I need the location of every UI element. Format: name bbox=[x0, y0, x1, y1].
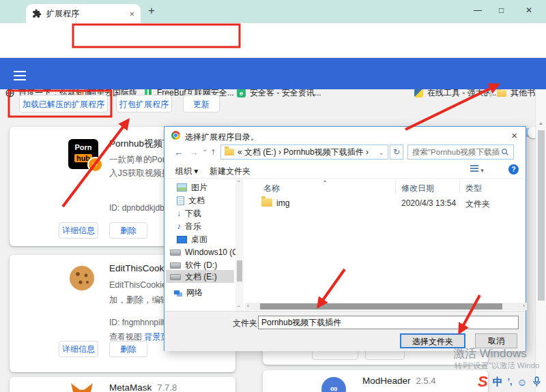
view-options-button[interactable]: ▾ bbox=[470, 165, 484, 175]
pack-extension-button[interactable]: 打包扩展程序 bbox=[116, 95, 172, 112]
drive-icon bbox=[170, 250, 181, 256]
column-header-name[interactable]: 名称 bbox=[263, 183, 280, 194]
scroll-left-icon[interactable]: ‹ bbox=[247, 303, 249, 309]
column-header-date[interactable]: 修改日期 bbox=[401, 183, 434, 194]
extension-card-metamask: MetaMask7.7.8 bbox=[10, 377, 235, 392]
sidebar-item-downloads[interactable]: ↓下载 bbox=[177, 207, 201, 220]
window-close-button[interactable]: ✕ bbox=[526, 5, 532, 15]
pornhub-logo-icon: Pornhub ▶ bbox=[68, 139, 98, 169]
document-icon bbox=[177, 196, 184, 205]
cookie-icon bbox=[68, 265, 96, 292]
drive-icon bbox=[170, 274, 181, 280]
bookmarks-bar: 百度一下，你就知道 (-) 阿里云国际版 FreeBuf互联网安全... e 安… bbox=[0, 42, 546, 58]
column-header-type[interactable]: 类型 bbox=[465, 183, 482, 194]
dialog-close-icon[interactable]: × bbox=[511, 130, 517, 141]
file-row[interactable] bbox=[261, 198, 272, 209]
browser-window: 扩展程序 × + — □ ✕ ← → ↻ ⌂ Chrome | chrome:/… bbox=[0, 0, 546, 392]
chrome-dialog-icon bbox=[171, 131, 180, 140]
puzzle-favicon-icon bbox=[32, 9, 42, 18]
modheader-icon: ∞ bbox=[321, 377, 346, 392]
tab-close-icon[interactable]: × bbox=[129, 9, 134, 19]
metamask-fox-icon bbox=[68, 381, 96, 392]
refresh-button[interactable]: ↻ bbox=[390, 145, 403, 160]
sidebar-item-desktop[interactable]: 桌面 bbox=[177, 233, 207, 245]
browser-toolbar: ← → ↻ ⌂ Chrome | chrome://extensions ☆ ⊙… bbox=[0, 23, 546, 42]
folder-field-label: 文件夹: bbox=[233, 318, 259, 329]
dialog-history-caret-icon[interactable]: ⌄ bbox=[202, 145, 207, 153]
breadcrumb-path: « 文档 (E:) › Pornhub视频下载插件 › bbox=[238, 147, 375, 158]
dialog-up-icon[interactable]: ↑ bbox=[211, 146, 216, 157]
extension-version: 7.7.8 bbox=[157, 382, 177, 392]
extension-title: ModHeader2.5.4 bbox=[362, 376, 435, 386]
sogou-logo-icon[interactable]: S bbox=[478, 373, 488, 391]
ime-punctuation-toggle[interactable]: ’, bbox=[508, 377, 513, 387]
breadcrumb-caret-icon[interactable]: ⌄ bbox=[379, 149, 384, 156]
remove-button[interactable]: 删除 bbox=[109, 222, 147, 239]
music-note-icon: ♪ bbox=[177, 222, 181, 231]
details-button[interactable]: 详细信息 bbox=[59, 341, 98, 357]
extension-card-modheader: ∞ ModHeader2.5.4 bbox=[263, 370, 488, 392]
ime-emoji-icon[interactable]: ☺ bbox=[517, 376, 527, 388]
scrollbar-thumb[interactable] bbox=[538, 130, 545, 301]
sidebar-item-drive-e[interactable]: 文档 (E:) bbox=[170, 271, 217, 283]
dialog-title: 选择扩展程序目录。 bbox=[185, 132, 259, 143]
file-name[interactable]: img bbox=[276, 198, 289, 208]
page-scrollbar[interactable]: ▲ bbox=[535, 89, 546, 392]
sidebar-item-drive-d[interactable]: 软件 (D:) bbox=[170, 259, 217, 271]
details-button[interactable]: 详细信息 bbox=[59, 222, 98, 239]
load-unpacked-button[interactable]: 加载已解压的扩展程序 bbox=[19, 95, 108, 112]
extensions-header: 扩展程序 开发者模式 bbox=[0, 58, 546, 89]
sidebar-scrollbar[interactable]: ⌃ ⌄ bbox=[235, 179, 244, 311]
anquanke-icon: e bbox=[237, 89, 246, 97]
search-icon bbox=[501, 148, 509, 156]
menu-icon[interactable] bbox=[14, 68, 26, 83]
remove-button[interactable]: 删除 bbox=[109, 341, 147, 357]
scrollbar-up-icon[interactable]: ▲ bbox=[538, 121, 543, 125]
search-box[interactable] bbox=[407, 145, 514, 160]
horizontal-scrollbar[interactable]: ‹ › bbox=[245, 303, 527, 310]
help-icon[interactable]: ? bbox=[508, 164, 519, 175]
new-tab-button[interactable]: + bbox=[148, 4, 155, 18]
play-badge-icon: ▶ bbox=[87, 157, 103, 172]
scrollbar-thumb[interactable] bbox=[237, 260, 242, 282]
title-bar: 扩展程序 × + — □ ✕ bbox=[0, 0, 546, 23]
breadcrumb[interactable]: « 文档 (E:) › Pornhub视频下载插件 › ⌄ bbox=[220, 145, 388, 160]
desktop-icon bbox=[177, 236, 187, 243]
ime-mic-icon[interactable] bbox=[532, 376, 541, 387]
globe-icon bbox=[5, 89, 14, 97]
sidebar-item-documents[interactable]: 文档 bbox=[177, 194, 205, 207]
activate-windows-hint: 转到"设置"以激活 Windo bbox=[455, 361, 546, 371]
search-input[interactable] bbox=[411, 147, 501, 157]
dialog-forward-icon: → bbox=[189, 147, 199, 157]
activate-windows-watermark: 激活 Windows bbox=[453, 346, 527, 361]
new-folder-button[interactable]: 新建文件夹 bbox=[210, 166, 250, 177]
scroll-right-icon[interactable]: › bbox=[523, 303, 525, 309]
file-type: 文件夹 bbox=[465, 198, 490, 210]
update-button[interactable]: 更新 bbox=[183, 95, 220, 112]
network-icon bbox=[174, 290, 179, 295]
folder-icon bbox=[225, 149, 234, 155]
sidebar-item-network[interactable]: 网络 bbox=[174, 286, 203, 299]
drive-icon bbox=[170, 262, 181, 269]
maximize-button[interactable]: □ bbox=[499, 5, 504, 15]
sidebar-item-music[interactable]: ♪音乐 bbox=[177, 220, 201, 232]
ime-language-toggle[interactable]: 中 bbox=[493, 376, 503, 389]
scrollbar-thumb[interactable] bbox=[260, 303, 502, 310]
sort-ascending-icon: ˆ bbox=[324, 180, 326, 190]
dialog-back-icon[interactable]: ← bbox=[174, 147, 184, 157]
pictures-icon bbox=[177, 183, 187, 192]
minimize-button[interactable]: — bbox=[474, 5, 482, 15]
scroll-down-icon[interactable]: ⌄ bbox=[237, 303, 241, 308]
tab-title: 扩展程序 bbox=[46, 8, 129, 20]
file-date: 2020/4/3 13:54 bbox=[401, 198, 456, 208]
download-arrow-icon: ↓ bbox=[177, 209, 181, 218]
folder-icon bbox=[497, 90, 506, 97]
sidebar-item-drive-c[interactable]: Windows10 (C: bbox=[170, 246, 240, 258]
sidebar-item-pictures[interactable]: 图片 bbox=[177, 181, 207, 194]
select-folder-dialog: 选择扩展程序目录。 × ← → ⌄ ↑ « 文档 (E:) › Pornhub视… bbox=[164, 126, 526, 351]
scroll-up-icon[interactable]: ⌃ bbox=[237, 180, 241, 185]
folder-name-input[interactable] bbox=[258, 316, 519, 329]
browser-tab[interactable]: 扩展程序 × bbox=[26, 4, 141, 23]
organize-menu[interactable]: 组织 ▾ bbox=[175, 166, 198, 177]
ime-toolbar: S 中 ’, ☺ bbox=[478, 373, 541, 391]
